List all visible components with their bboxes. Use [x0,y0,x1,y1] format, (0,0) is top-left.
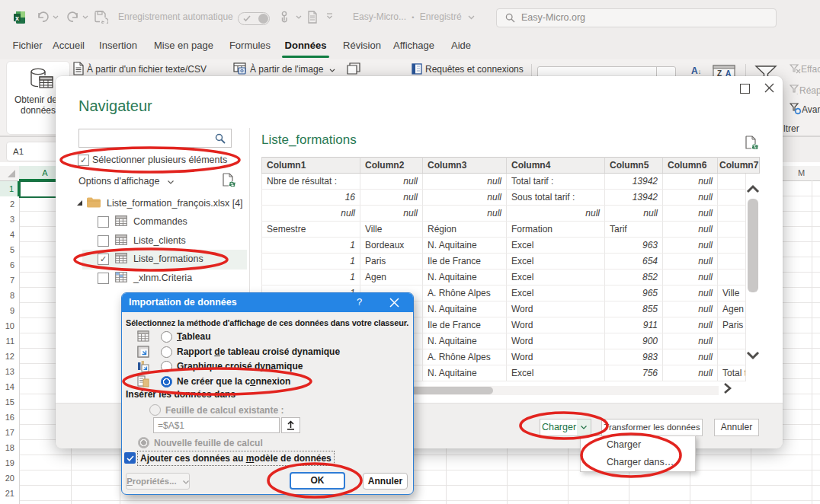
preview-cell[interactable]: null [663,238,718,254]
row-header-9[interactable]: 9 [0,303,18,318]
row-header-14[interactable]: 14 [0,379,18,394]
preview-cell[interactable]: null [663,270,718,285]
preview-cell[interactable]: null [663,301,718,317]
import-option-radio-unselected[interactable] [161,346,172,358]
sort-az-icon[interactable]: A↓ [691,65,705,77]
row-header-17[interactable]: 17 [0,425,18,440]
title-dropdown-icon[interactable] [468,15,475,20]
tree-item-liste-formations[interactable]: ✓ Liste_formations [56,252,249,269]
preview-cell[interactable]: Paris [360,254,423,270]
tab-donn-es[interactable]: Données [281,34,330,57]
row-header-15[interactable]: 15 [0,394,18,410]
preview-col-header-7[interactable]: Column7 [718,158,760,174]
preview-cell[interactable]: Ile de France [423,254,507,270]
add-to-model-checkbox[interactable] [124,452,136,464]
import-option-radio-unselected[interactable] [161,331,172,343]
preview-cell[interactable]: N. Aquitaine [423,270,507,285]
preview-cell[interactable]: 756 [605,365,663,381]
preview-cell[interactable]: Excel [507,365,605,381]
row-header-19[interactable]: 19 [0,455,18,471]
menu-item-charger[interactable]: Charger [581,436,695,454]
preview-cell[interactable]: Excel [507,238,605,254]
tree-item-liste-clients[interactable]: Liste_clients [56,234,249,250]
import-cancel-button[interactable]: Annuler [363,473,408,490]
filter-icon[interactable] [754,65,777,77]
range-input[interactable]: =$A$1 [153,417,280,433]
preview-cell[interactable]: 983 [605,349,663,365]
refresh-preview-icon[interactable] [223,173,235,187]
preview-cell[interactable]: null [605,206,663,222]
tab-fichier[interactable]: Fichier [10,34,45,57]
row-header-5[interactable]: 5 [0,242,18,257]
preview-cell[interactable]: null [360,206,423,222]
row-header-1[interactable]: 1 [0,181,19,196]
tab-insertion[interactable]: Insertion [96,34,140,57]
properties-button[interactable]: Propriétés... [126,473,190,490]
preview-cell[interactable]: N. Aquitaine [423,238,507,254]
from-text-csv-label[interactable]: À partir d'un fichier texte/CSV [87,64,207,75]
reapply-filter-label[interactable]: Réap [799,85,820,96]
document-icon[interactable] [307,11,318,24]
row-header-13[interactable]: 13 [0,364,18,379]
preview-cell[interactable]: null [360,174,423,190]
preview-cell[interactable]: A. Rhône Alpes [423,349,507,365]
row-header-2[interactable]: 2 [0,196,18,212]
preview-cell[interactable]: 13942 [605,190,663,206]
close-button[interactable] [764,83,774,93]
preview-cell[interactable]: Word [507,301,605,317]
transform-data-button[interactable]: Transformer les données [601,419,703,436]
preview-cell[interactable]: null [423,190,507,206]
preview-cell[interactable]: Excel [507,285,605,301]
tab-r-vision[interactable]: Révision [341,34,383,57]
import-option-tableau[interactable]: Tableau [122,330,413,344]
preview-cell[interactable]: null [663,174,718,190]
preview-cell[interactable]: Nbre de résultat : [262,174,360,190]
load-dropdown-button[interactable] [577,419,591,436]
row-header-18[interactable]: 18 [0,440,18,455]
row-header-7[interactable]: 7 [0,273,18,288]
import-option-radio-unselected[interactable] [161,361,172,372]
ok-button[interactable]: OK [290,472,345,490]
preview-col-header-3[interactable]: Column3 [423,158,507,174]
row-header-6[interactable]: 6 [0,257,18,273]
preview-cell[interactable]: Formation [507,222,605,238]
preview-cell[interactable]: Excel [507,254,605,270]
preview-cell[interactable]: null [663,190,718,206]
import-dialog-close-icon[interactable] [389,298,399,308]
save-icon[interactable] [94,11,108,24]
import-option-ne-cr-er-que-la-connexion[interactable]: Ne créer que la connexion [122,375,413,389]
navigator-search-icon[interactable] [215,133,226,144]
row-header-20[interactable]: 20 [0,471,18,486]
preview-cell[interactable]: 13942 [605,174,663,190]
preview-cell[interactable]: Tarif [605,222,663,238]
preview-cell[interactable]: Semestre [262,222,360,238]
navigator-cancel-button[interactable]: Annuler [714,419,759,436]
preview-cell[interactable]: Word [507,317,605,333]
preview-cell[interactable]: 1 [262,270,360,285]
from-image-label[interactable]: À partir de l'image [250,64,335,75]
preview-cell[interactable]: Ile de France [423,317,507,333]
preview-col-header-6[interactable]: Column6 [663,158,718,174]
preview-col-header-5[interactable]: Column5 [605,158,663,174]
menu-item-charger-dans-[interactable]: Charger dans… [581,454,695,471]
preview-cell[interactable]: 963 [605,238,663,254]
column-header-m[interactable]: M [783,166,820,180]
tree-checkbox-unchecked[interactable] [98,216,109,228]
row-header-8[interactable]: 8 [0,288,18,303]
preview-cell[interactable]: null [663,349,718,365]
preview-cell[interactable]: Word [507,349,605,365]
clear-filter-label[interactable]: Effac [801,64,820,75]
redo-icon[interactable] [66,11,79,23]
import-option-rapport-de-tableau-crois-dynam[interactable]: Rapport de tableau croisé dynamique [122,345,413,359]
undo-icon[interactable] [37,11,50,23]
preview-cell[interactable]: null [663,285,718,301]
tab-formules[interactable]: Formules [228,34,272,57]
autosave-toggle[interactable] [238,12,270,25]
queries-connections-label[interactable]: Requêtes et connexions [425,64,524,75]
advanced-filter-label[interactable]: Avan [802,104,820,115]
tab-affichage[interactable]: Affichage [390,34,437,57]
preview-col-header-4[interactable]: Column4 [507,158,605,174]
preview-cell[interactable]: null [663,206,718,222]
select-all-icon[interactable] [7,170,16,178]
preview-cell[interactable]: Word [507,333,605,349]
